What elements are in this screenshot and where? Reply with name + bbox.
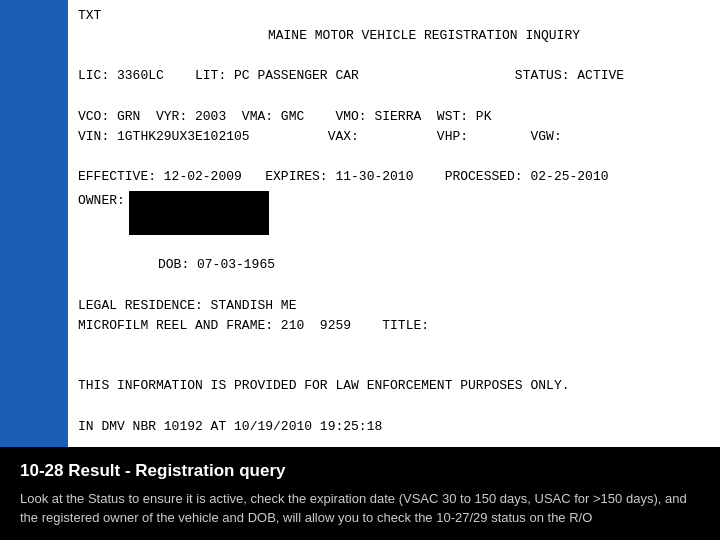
terminal-area: TXT MAINE MOTOR VEHICLE REGISTRATION INQ… bbox=[0, 0, 720, 447]
effective-line: EFFECTIVE: 12-02-2009 EXPIRES: 11-30-201… bbox=[78, 167, 710, 187]
info-title: 10-28 Result - Registration query bbox=[20, 461, 700, 481]
owner-row: OWNER: bbox=[78, 191, 710, 235]
title-line: MAINE MOTOR VEHICLE REGISTRATION INQUIRY bbox=[78, 26, 710, 46]
main-container: TXT MAINE MOTOR VEHICLE REGISTRATION INQ… bbox=[0, 0, 720, 540]
lic-line: LIC: 3360LC LIT: PC PASSENGER CAR STATUS… bbox=[78, 66, 710, 86]
vin-line: VIN: 1GTHK29UX3E102105 VAX: VHP: VGW: bbox=[78, 127, 710, 147]
blank8 bbox=[78, 396, 710, 416]
blank7 bbox=[78, 356, 710, 376]
left-bar bbox=[0, 0, 68, 447]
dmv-line: IN DMV NBR 10192 AT 10/19/2010 19:25:18 bbox=[78, 417, 710, 437]
terminal-content: TXT MAINE MOTOR VEHICLE REGISTRATION INQ… bbox=[68, 0, 720, 447]
owner-label: OWNER: bbox=[78, 191, 125, 211]
dob-line: DOB: 07-03-1965 bbox=[78, 255, 710, 275]
info-panel: 10-28 Result - Registration query Look a… bbox=[0, 447, 720, 540]
info-body: Look at the Status to ensure it is activ… bbox=[20, 489, 700, 528]
blank3 bbox=[78, 147, 710, 167]
law-line: THIS INFORMATION IS PROVIDED FOR LAW ENF… bbox=[78, 376, 710, 396]
vco-line: VCO: GRN VYR: 2003 VMA: GMC VMO: SIERRA … bbox=[78, 107, 710, 127]
blank4 bbox=[78, 235, 710, 255]
residence-line: LEGAL RESIDENCE: STANDISH ME bbox=[78, 296, 710, 316]
txt-label: TXT bbox=[78, 6, 710, 26]
blank5 bbox=[78, 276, 710, 296]
owner-redacted bbox=[129, 191, 269, 235]
blank2 bbox=[78, 87, 710, 107]
blank1 bbox=[78, 46, 710, 66]
microfilm-line: MICROFILM REEL AND FRAME: 210 9259 TITLE… bbox=[78, 316, 710, 336]
blank6 bbox=[78, 336, 710, 356]
